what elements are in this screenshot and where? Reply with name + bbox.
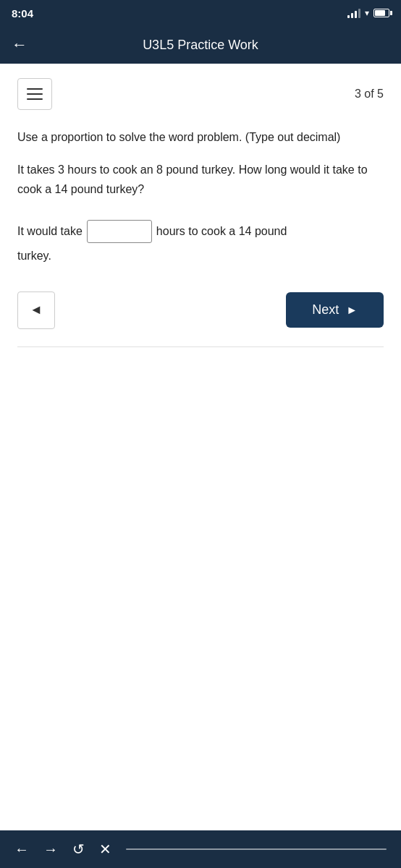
prev-arrow-icon: ◄: [30, 302, 43, 318]
problem-text: It takes 3 hours to cook an 8 pound turk…: [17, 160, 384, 199]
prev-button[interactable]: ◄: [17, 292, 55, 329]
battery-icon: [373, 9, 389, 17]
next-button[interactable]: Next ►: [286, 292, 384, 328]
browser-back-button[interactable]: ←: [14, 841, 29, 858]
answer-section: It would take hours to cook a 14 pound t…: [17, 220, 384, 265]
next-arrow-icon: ►: [346, 304, 358, 317]
status-time: 8:04: [12, 7, 33, 20]
next-label: Next: [312, 302, 339, 318]
content-divider: [17, 346, 384, 347]
answer-prefix: It would take: [17, 221, 83, 241]
status-bar: 8:04 ▾: [0, 0, 401, 26]
browser-refresh-button[interactable]: ↺: [72, 841, 85, 858]
answer-row: It would take hours to cook a 14 pound: [17, 220, 384, 243]
signal-icon: [347, 8, 360, 18]
back-button[interactable]: ←: [12, 37, 28, 53]
browser-close-button[interactable]: ✕: [99, 841, 111, 858]
question-instructions: Use a proportion to solve the word probl…: [17, 127, 384, 147]
menu-line-1: [27, 88, 43, 90]
status-icons: ▾: [347, 8, 389, 18]
main-content: 3 of 5 Use a proportion to solve the wor…: [0, 64, 401, 602]
answer-suffix: hours to cook a 14 pound: [156, 221, 287, 241]
menu-line-2: [27, 93, 43, 95]
answer-input[interactable]: [87, 220, 152, 243]
menu-button[interactable]: [17, 78, 52, 110]
page-title: U3L5 Practice Work: [36, 38, 365, 53]
menu-line-3: [27, 98, 43, 100]
bottom-bar: ← → ↺ ✕: [0, 830, 401, 868]
progress-indicator: 3 of 5: [355, 88, 384, 101]
browser-forward-button[interactable]: →: [43, 841, 58, 858]
battery-fill: [375, 10, 385, 16]
app-header: ← U3L5 Practice Work: [0, 26, 401, 64]
spacer: [0, 602, 401, 830]
answer-suffix-line2: turkey.: [17, 246, 384, 265]
top-bar: 3 of 5: [17, 78, 384, 110]
question-section: Use a proportion to solve the word probl…: [17, 127, 384, 200]
browser-bar-line: [126, 848, 387, 850]
nav-buttons: ◄ Next ►: [17, 292, 384, 329]
wifi-icon: ▾: [365, 8, 369, 18]
